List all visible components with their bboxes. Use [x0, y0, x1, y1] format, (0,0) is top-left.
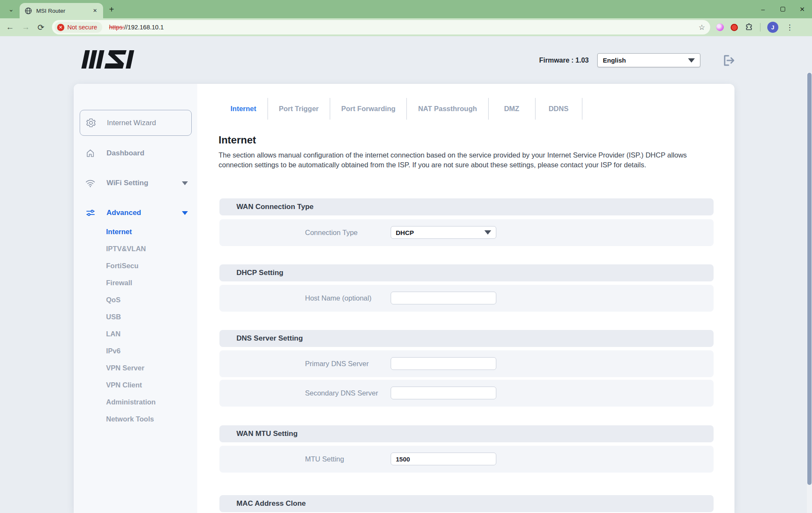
row-primary-dns: Primary DNS Server [219, 350, 714, 377]
close-button[interactable]: ✕ [792, 0, 812, 18]
home-icon [85, 148, 95, 158]
sidebar-subitem-usb[interactable]: USB [74, 308, 197, 325]
section-tabs: Internet Port Trigger Port Forwarding NA… [219, 98, 734, 120]
tab-title: MSI Router [36, 8, 91, 14]
reload-icon[interactable]: ⟳ [37, 23, 44, 32]
connection-type-select[interactable]: DHCP [391, 226, 496, 239]
sidebar-item-advanced[interactable]: Advanced [74, 206, 197, 219]
browser-toolbar: ← → ⟳ ✕ Not secure https://192.168.10.1 … [0, 18, 812, 36]
globe-favicon-icon [25, 7, 32, 14]
tab-port-forwarding[interactable]: Port Forwarding [330, 98, 407, 120]
tab-ddns[interactable]: DDNS [536, 98, 582, 120]
primary-dns-input[interactable] [391, 357, 496, 370]
language-selected-value: English [603, 57, 688, 64]
row-host-name: Host Name (optional) [219, 285, 714, 312]
advanced-submenu: Internet IPTV&VLAN FortiSecu Firewall Qo… [74, 223, 197, 427]
language-select[interactable]: English [597, 53, 700, 67]
browser-tab[interactable]: MSI Router ✕ [20, 3, 103, 18]
chevron-down-icon [484, 230, 491, 235]
row-connection-type: Connection Type DHCP [219, 219, 714, 246]
sidebar-subitem-vpn-server[interactable]: VPN Server [74, 359, 197, 376]
sidebar-item-wifi-setting[interactable]: WiFi Setting [74, 177, 197, 189]
sidebar-item-label: WiFi Setting [107, 179, 148, 187]
logout-icon[interactable] [723, 54, 735, 66]
tab-nat-passthrough[interactable]: NAT Passthrough [407, 98, 488, 120]
page-header-right: Firmware : 1.03 English [539, 53, 736, 67]
primary-dns-label: Primary DNS Server [305, 360, 388, 368]
chevron-down-icon [182, 181, 188, 185]
wifi-icon [85, 178, 95, 188]
section-header-wan-mtu-setting: WAN MTU Setting [219, 425, 714, 442]
forward-icon[interactable]: → [22, 23, 30, 32]
sidebar-subitem-ipv6[interactable]: IPv6 [74, 342, 197, 359]
extensions-puzzle-icon[interactable] [745, 23, 753, 32]
host-name-label: Host Name (optional) [305, 294, 388, 302]
connection-type-value: DHCP [396, 229, 484, 236]
sidebar-item-label: Advanced [107, 209, 141, 217]
sidebar-subitem-iptv-vlan[interactable]: IPTV&VLAN [74, 240, 197, 257]
page-scrollbar[interactable] [807, 72, 812, 513]
not-secure-icon: ✕ [57, 24, 64, 31]
page-description: The section allows manual configuration … [219, 150, 704, 170]
sidebar-subitem-vpn-client[interactable]: VPN Client [74, 376, 197, 393]
new-tab-button[interactable]: + [109, 5, 114, 14]
sidebar-subitem-fortisecu[interactable]: FortiSecu [74, 257, 197, 274]
sidebar-subitem-qos[interactable]: QoS [74, 291, 197, 308]
sidebar-item-dashboard[interactable]: Dashboard [74, 147, 197, 160]
address-bar[interactable]: ✕ Not secure https://192.168.10.1 ☆ [52, 20, 710, 34]
content-area: Internet Port Trigger Port Forwarding NA… [197, 84, 734, 513]
mtu-setting-input[interactable] [391, 453, 496, 465]
tab-port-trigger[interactable]: Port Trigger [268, 98, 331, 120]
back-icon[interactable]: ← [6, 23, 14, 32]
toolbar-separator [760, 23, 760, 32]
secondary-dns-input[interactable] [391, 387, 496, 399]
url-scheme: https: [109, 24, 124, 31]
scrollbar-thumb[interactable] [807, 73, 812, 485]
page-title: Internet [219, 134, 734, 146]
section-header-dns-server-setting: DNS Server Setting [219, 330, 714, 347]
not-secure-label: Not secure [67, 24, 97, 31]
profile-avatar[interactable]: J [767, 22, 778, 33]
browser-menu-icon[interactable]: ⋮ [786, 23, 793, 32]
minimize-button[interactable]: – [753, 0, 773, 18]
not-secure-chip[interactable]: ✕ Not secure [55, 22, 102, 33]
sidebar-subitem-internet[interactable]: Internet [74, 223, 197, 240]
tab-dmz[interactable]: DMZ [489, 98, 536, 120]
chevron-down-icon [688, 58, 695, 63]
main-card: Internet Wizard Dashboard WiFi Se [74, 84, 734, 513]
sidebar: Internet Wizard Dashboard WiFi Se [74, 84, 197, 513]
sidebar-subitem-network-tools[interactable]: Network Tools [74, 410, 197, 427]
tab-internet[interactable]: Internet [219, 98, 268, 120]
bookmark-star-icon[interactable]: ☆ [699, 23, 705, 32]
sidebar-subitem-administration[interactable]: Administration [74, 393, 197, 410]
maximize-icon [780, 7, 785, 11]
internet-wizard-button[interactable]: Internet Wizard [80, 110, 192, 136]
section-header-dhcp-setting: DHCP Setting [219, 264, 714, 281]
maximize-button[interactable] [773, 0, 792, 18]
record-icon[interactable] [731, 24, 738, 31]
host-name-input[interactable] [391, 292, 496, 304]
secondary-dns-label: Secondary DNS Server [305, 389, 388, 397]
gear-icon [86, 118, 96, 128]
tab-search-icon[interactable]: ⌄ [5, 3, 17, 15]
sidebar-subitem-lan[interactable]: LAN [74, 325, 197, 342]
msi-logo [81, 50, 138, 69]
row-mtu-setting: MTU Setting [219, 446, 714, 473]
url-text: https://192.168.10.1 [109, 24, 164, 31]
sidebar-item-label: Dashboard [107, 149, 144, 158]
mtu-setting-label: MTU Setting [305, 455, 388, 463]
chevron-down-icon [182, 211, 188, 215]
row-secondary-dns: Secondary DNS Server [219, 380, 714, 407]
browser-tab-strip: ⌄ MSI Router ✕ + – ✕ [0, 0, 812, 18]
window-controls: – ✕ [753, 0, 812, 18]
section-header-mac-address-clone: MAC Address Clone [219, 495, 714, 512]
extension-pink-icon[interactable] [716, 23, 724, 31]
internet-wizard-label: Internet Wizard [107, 119, 156, 127]
extensions-area: J ⋮ [716, 22, 799, 33]
router-page: Firmware : 1.03 English Internet Wizard [0, 36, 812, 513]
section-header-wan-connection-type: WAN Connection Type [219, 198, 714, 215]
tab-close-icon[interactable]: ✕ [91, 7, 99, 14]
sidebar-subitem-firewall[interactable]: Firewall [74, 274, 197, 291]
url-host: //192.168.10.1 [124, 24, 164, 31]
firmware-version: Firmware : 1.03 [539, 57, 589, 64]
